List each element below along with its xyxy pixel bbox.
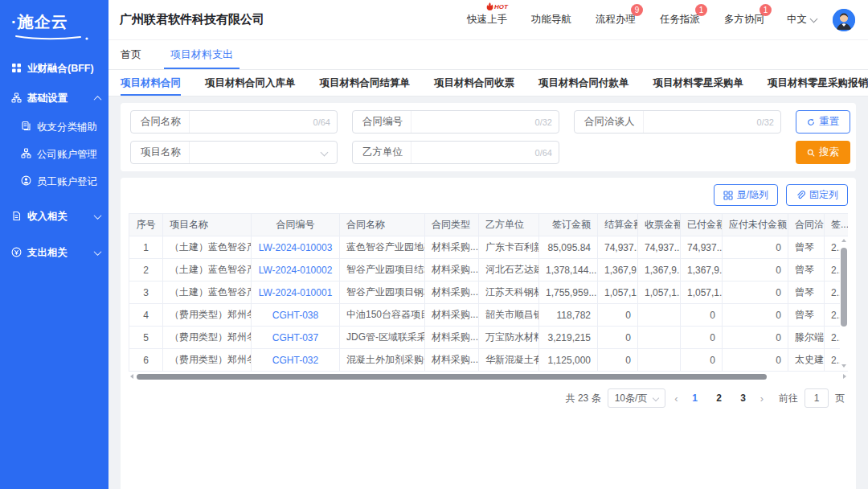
sidebar-item-4[interactable]: 员工账户登记	[0, 168, 108, 195]
contract-code-link[interactable]: LW-2024-010001	[259, 287, 333, 298]
chevron-down-icon	[321, 149, 329, 157]
sidebar-item-label: 公司账户管理	[37, 148, 97, 162]
chevron-down-icon	[94, 248, 102, 256]
table-cell: 江苏天科钢材...	[479, 281, 539, 304]
subtab-6[interactable]: 项目材料零星采购报销单	[768, 70, 868, 96]
field-label: 合同名称	[131, 115, 189, 129]
page-size-select[interactable]: 10条/页	[608, 388, 666, 408]
fixed-columns-button[interactable]: 固定列	[786, 184, 848, 206]
column-header: 签...	[825, 214, 849, 236]
subtab-label: 项目材料合同收票	[434, 76, 514, 90]
sidebar-item-label: 收入相关	[27, 210, 68, 224]
page-number-3[interactable]: 3	[735, 392, 751, 404]
contract-name-input[interactable]	[189, 111, 313, 133]
scroll-up-icon[interactable]	[841, 239, 846, 242]
contract-code-link[interactable]: CGHT-038	[272, 310, 318, 321]
horizontal-scrollbar[interactable]	[130, 373, 846, 380]
table-cell: 曾琴	[788, 281, 825, 304]
reset-button[interactable]: 重置	[796, 110, 850, 134]
notification-badge: 1	[695, 4, 707, 16]
contract-negotiator-field[interactable]: 合同洽谈人 0/32	[574, 110, 781, 134]
sidebar-item-1[interactable]: 基础设置	[0, 84, 108, 113]
user-avatar[interactable]	[833, 9, 855, 31]
sidebar-item-0[interactable]: 业财融合(BFF)	[0, 54, 108, 84]
subtab-3[interactable]: 项目材料合同收票	[434, 70, 514, 96]
sidebar-item-label: 基础设置	[27, 92, 68, 105]
page-number-2[interactable]: 2	[711, 392, 727, 404]
nav-item-1[interactable]: 功能导航	[531, 13, 571, 27]
vertical-scrollbar-thumb[interactable]	[841, 248, 847, 327]
page-number-1[interactable]: 1	[687, 392, 703, 404]
ledger-icon	[21, 121, 31, 134]
table-cell: 5	[129, 327, 163, 349]
chevron-down-icon	[810, 14, 818, 23]
chevron-down-icon	[653, 395, 659, 401]
table-cell: 智谷产业园项目结构...	[340, 259, 425, 281]
scroll-right-icon[interactable]	[843, 374, 846, 379]
tab-home[interactable]: 首页	[121, 40, 141, 69]
nav-item-0[interactable]: 快速上手HOT	[467, 13, 507, 27]
tab-project-material-expense[interactable]: 项目材料支出	[170, 40, 233, 69]
prev-page-button[interactable]: ‹	[672, 392, 680, 405]
table-cell: 0	[723, 327, 788, 349]
header-nav: 快速上手HOT功能导航流程办理9任务指派1多方协同1	[467, 13, 764, 27]
subtab-label: 项目材料合同	[121, 76, 181, 90]
goto-label: 前往	[779, 392, 798, 405]
sidebar-menu: 业财融合(BFF)基础设置收支分类辅助公司账户管理员工账户登记收入相关支出相关	[0, 46, 108, 268]
table-row: 3（土建）蓝色智谷产...LW-2024-010001智谷产业园项目钢材...材…	[129, 281, 849, 304]
table-cell: （土建）蓝色智谷产...	[163, 259, 252, 281]
next-page-button[interactable]: ›	[758, 392, 766, 405]
contract-name-field[interactable]: 合同名称 0/64	[130, 110, 338, 134]
table-cell: 0	[723, 304, 788, 327]
subtab-label: 项目材料合同入库单	[205, 76, 296, 90]
table-cell	[638, 304, 681, 327]
subtab-4[interactable]: 项目材料合同付款单	[538, 70, 629, 96]
language-switcher[interactable]: 中文	[787, 13, 817, 27]
nav-item-3[interactable]: 任务指派1	[660, 13, 700, 27]
subtab-1[interactable]: 项目材料合同入库单	[205, 70, 296, 96]
show-hide-columns-label: 显/隐列	[737, 188, 768, 202]
logo-dot: ·	[11, 13, 18, 31]
party-b-input[interactable]	[411, 142, 535, 163]
sidebar-item-6[interactable]: 支出相关	[0, 238, 108, 268]
project-name-select[interactable]: 项目名称	[130, 141, 338, 164]
nav-item-2[interactable]: 流程办理9	[596, 13, 636, 27]
show-hide-columns-button[interactable]: 显/隐列	[714, 184, 778, 206]
table-body: 1（土建）蓝色智谷产...LW-2024-010003蓝色智谷产业园地砖...材…	[129, 236, 849, 372]
columns-grid-icon	[723, 191, 733, 200]
contract-code-link[interactable]: LW-2024-010003	[259, 242, 333, 253]
horizontal-scrollbar-thumb[interactable]	[137, 374, 767, 380]
table-cell: （土建）蓝色智谷产...	[163, 281, 252, 304]
subtab-2[interactable]: 项目材料合同结算单	[320, 70, 411, 96]
contract-code-input[interactable]	[411, 111, 535, 133]
contract-code-field[interactable]: 合同编号 0/32	[352, 110, 559, 134]
vertical-scrollbar[interactable]	[840, 236, 848, 370]
scroll-left-icon[interactable]	[130, 374, 133, 379]
data-table-wrap: 序号项目名称合同编号合同名称合同类型乙方单位签订金额结算金额收票金额已付金额应付…	[129, 213, 848, 372]
contract-code-link[interactable]: CGHT-037	[272, 332, 318, 343]
table-toolbar: 显/隐列 固定列	[129, 184, 848, 206]
goto-page-input[interactable]	[805, 388, 829, 408]
subtab-5[interactable]: 项目材料零星采购单	[653, 70, 744, 96]
scroll-down-icon[interactable]	[841, 364, 846, 368]
search-panel: 合同名称 0/64 合同编号 0/32 合同洽谈人 0/32	[121, 103, 856, 171]
table-cell: 1,378,144...	[539, 259, 598, 281]
table-cell: 1,057,1...	[598, 281, 638, 304]
sidebar-item-3[interactable]: 公司账户管理	[0, 141, 108, 168]
nav-item-label: 多方协同	[724, 14, 764, 25]
sidebar-item-5[interactable]: 收入相关	[0, 202, 108, 232]
column-header: 合同编号	[252, 214, 340, 236]
column-header: 结算金额	[598, 214, 638, 236]
subtab-0[interactable]: 项目材料合同	[121, 70, 181, 96]
contract-code-link[interactable]: CGHT-032	[272, 355, 318, 366]
table-cell: 1,125,000	[539, 349, 598, 372]
party-b-field[interactable]: 乙方单位 0/64	[352, 141, 559, 164]
project-name-input[interactable]	[189, 142, 321, 163]
sidebar-item-2[interactable]: 收支分类辅助	[0, 113, 108, 141]
nav-item-4[interactable]: 多方协同1	[724, 13, 764, 27]
table-cell: 6	[129, 349, 163, 372]
contract-code-link[interactable]: LW-2024-010002	[259, 265, 333, 276]
table-cell: CGHT-037	[252, 327, 340, 349]
contract-negotiator-input[interactable]	[643, 111, 757, 133]
search-button[interactable]: 搜索	[796, 141, 850, 164]
